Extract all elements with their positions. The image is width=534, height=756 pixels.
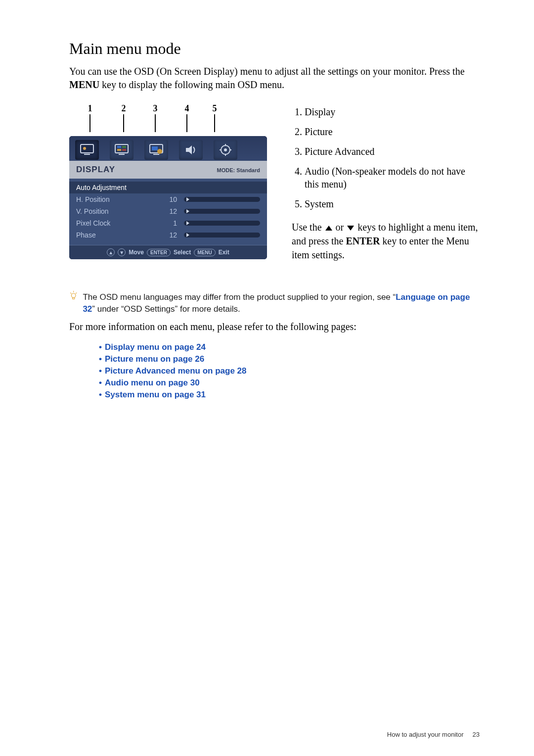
osd-item-value: 12: [159, 231, 177, 239]
osd-item-v-position[interactable]: V. Position 12: [69, 205, 267, 217]
callout-3: 3: [150, 103, 160, 114]
svg-point-11: [157, 149, 162, 154]
svg-line-22: [70, 292, 71, 293]
hint-bulb-icon: [69, 288, 78, 303]
right-column: Display Picture Picture Advanced Audio (…: [292, 103, 480, 272]
osd-header-mode: MODE: Standard: [217, 167, 260, 173]
ref-display: Display menu on page 24: [99, 342, 480, 352]
audio-menu-link[interactable]: Audio menu on page 30: [105, 378, 200, 387]
osd-slider[interactable]: [184, 209, 260, 214]
osd-item-label: V. Position: [76, 207, 159, 215]
legend-item-display: Display: [305, 105, 480, 118]
osd-item-label: Auto Adjustment: [76, 184, 159, 191]
callout-1: 1: [85, 103, 95, 114]
legend-item-system: System: [305, 197, 480, 210]
svg-point-20: [71, 293, 76, 298]
columns: 1 2 3 4 5: [69, 103, 480, 272]
audio-icon: [183, 143, 198, 157]
svg-rect-24: [73, 298, 75, 299]
osd-item-list: Auto Adjustment H. Position 10 V. Positi…: [69, 179, 267, 245]
note-block: The OSD menu languages may differ from t…: [69, 291, 480, 315]
callout-line: [186, 114, 187, 132]
osd-item-pixel-clock[interactable]: Pixel Clock 1: [69, 217, 267, 229]
osd-item-label: H. Position: [76, 195, 159, 203]
osd-tab-picture[interactable]: [110, 140, 134, 160]
osd-slider[interactable]: [184, 221, 260, 226]
after-note-paragraph: For more information on each menu, pleas…: [69, 321, 480, 332]
osd-item-h-position[interactable]: H. Position 10: [69, 193, 267, 205]
down-triangle-icon: [347, 226, 354, 231]
osd-footer-exit: Exit: [219, 249, 229, 256]
picture-advanced-menu-link[interactable]: Picture Advanced menu on page 28: [105, 366, 247, 376]
callout-2-label: 2: [122, 103, 126, 113]
page-footer: How to adjust your monitor 23: [387, 731, 480, 738]
osd-item-auto-adjustment[interactable]: Auto Adjustment: [69, 182, 267, 193]
picture-icon: [114, 143, 129, 157]
callout-4-label: 4: [185, 103, 189, 113]
menu-legend-list: Display Picture Picture Advanced Audio (…: [292, 105, 480, 210]
osd-tab-audio[interactable]: [179, 140, 203, 160]
osd-item-label: Phase: [76, 231, 159, 239]
osd-slider[interactable]: [184, 197, 260, 202]
legend-item-audio: Audio (Non-speaker models do not have th…: [305, 165, 480, 190]
callout-line: [214, 114, 215, 132]
key-down-icon: ▼: [118, 248, 126, 256]
osd-header-title: DISPLAY: [76, 165, 115, 175]
ref-picture: Picture menu on page 26: [99, 354, 480, 364]
note-text-1: The OSD menu languages may differ from t…: [83, 292, 396, 302]
left-column: 1 2 3 4 5: [69, 103, 267, 259]
svg-marker-13: [186, 145, 192, 154]
osd-item-value: 1: [159, 219, 177, 227]
use-keys-or: or: [333, 222, 347, 233]
up-triangle-icon: [325, 226, 332, 231]
page: Main menu mode You can use the OSD (On S…: [0, 0, 534, 756]
osd-slider[interactable]: [184, 233, 260, 237]
picture-advanced-icon: [149, 143, 164, 157]
callout-3-label: 3: [153, 103, 158, 113]
osd-footer: ▲ ▼ Move ENTER Select MENU Exit: [69, 245, 267, 259]
svg-rect-6: [122, 146, 126, 148]
osd-tab-strip: [69, 136, 267, 161]
osd-tab-picture-advanced[interactable]: [144, 140, 168, 160]
callout-2: 2: [119, 103, 129, 114]
svg-rect-8: [119, 154, 125, 155]
osd-item-value: 10: [159, 195, 177, 203]
svg-rect-7: [122, 149, 126, 151]
intro-text-2: key to display the following main OSD me…: [99, 79, 284, 90]
display-menu-link[interactable]: Display menu on page 24: [105, 342, 206, 352]
svg-rect-3: [115, 144, 128, 153]
osd-item-phase[interactable]: Phase 12: [69, 229, 267, 241]
use-keys-paragraph: Use the or keys to highlight a menu item…: [292, 220, 480, 262]
svg-rect-0: [81, 144, 93, 153]
key-up-icon: ▲: [107, 248, 115, 256]
osd-tab-system[interactable]: [214, 140, 237, 160]
callout-1-label: 1: [88, 103, 92, 113]
svg-line-23: [76, 292, 77, 293]
key-enter-icon: ENTER: [147, 249, 171, 256]
intro-text-1: You can use the OSD (On Screen Display) …: [69, 66, 465, 77]
svg-point-1: [83, 147, 86, 150]
callout-5-label: 5: [213, 103, 217, 113]
use-keys-enter-key: ENTER: [346, 236, 380, 246]
display-icon: [80, 143, 94, 157]
osd-panel: DISPLAY MODE: Standard Auto Adjustment H…: [69, 136, 267, 259]
callout-4: 4: [182, 103, 192, 114]
footer-page-number: 23: [473, 731, 480, 738]
system-menu-link[interactable]: System menu on page 31: [105, 390, 206, 399]
callout-line: [123, 114, 124, 132]
osd-header: DISPLAY MODE: Standard: [69, 161, 267, 179]
menu-ref-list: Display menu on page 24 Picture menu on …: [69, 342, 480, 400]
picture-menu-link[interactable]: Picture menu on page 26: [105, 354, 204, 364]
system-icon: [218, 143, 233, 157]
svg-rect-12: [153, 154, 159, 155]
legend-item-picture-advanced: Picture Advanced: [305, 145, 480, 158]
osd-footer-select: Select: [174, 249, 191, 256]
ref-picture-advanced: Picture Advanced menu on page 28: [99, 366, 480, 376]
footer-text: How to adjust your monitor: [387, 731, 464, 738]
svg-rect-10: [152, 146, 158, 150]
svg-rect-5: [117, 149, 121, 151]
osd-item-label: Pixel Clock: [76, 219, 159, 227]
intro-paragraph: You can use the OSD (On Screen Display) …: [69, 65, 480, 92]
ref-system: System menu on page 31: [99, 390, 480, 400]
osd-tab-display[interactable]: [75, 140, 99, 160]
